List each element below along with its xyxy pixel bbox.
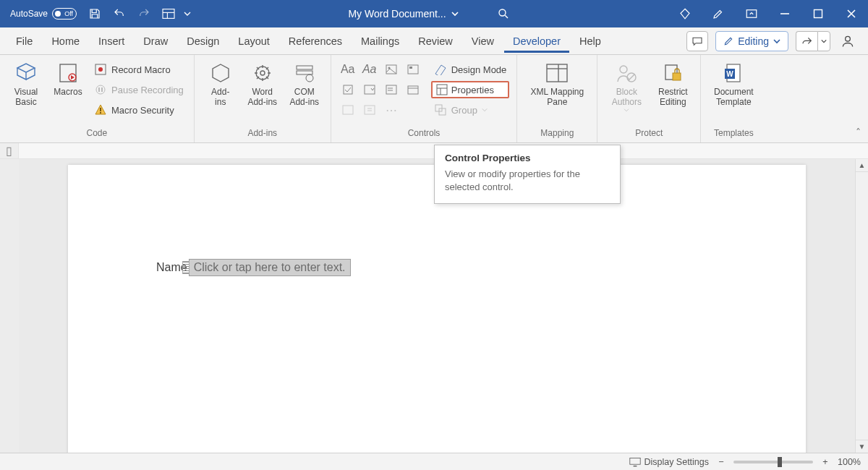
status-bar: Display Settings − + 100% <box>0 453 868 470</box>
group-label: Controls <box>408 127 441 141</box>
svg-rect-44 <box>547 64 567 82</box>
datepicker-control-icon[interactable] <box>404 81 422 98</box>
dropdown-control-icon[interactable] <box>382 81 401 98</box>
redo-button[interactable] <box>132 0 156 27</box>
tab-file[interactable]: File <box>7 30 41 53</box>
vertical-scrollbar[interactable]: ▲ ▼ <box>855 159 868 453</box>
content-control-handle-icon[interactable] <box>182 261 190 274</box>
design-mode-button[interactable]: Design Mode <box>431 61 510 78</box>
tab-insert[interactable]: Insert <box>90 30 133 53</box>
addins-button[interactable]: Add- ins <box>202 58 239 107</box>
tooltip: Control Properties View or modify proper… <box>434 145 621 204</box>
tab-review[interactable]: Review <box>409 30 461 53</box>
editing-mode-button[interactable]: Editing <box>715 31 788 51</box>
share-button[interactable] <box>796 31 830 51</box>
quick-styles-button[interactable] <box>156 0 181 27</box>
svg-marker-20 <box>213 64 229 82</box>
svg-rect-18 <box>100 108 101 111</box>
ribbon: Visual Basic Macros Record Macro Pause R… <box>0 55 868 143</box>
svg-rect-15 <box>98 87 100 92</box>
document-template-button[interactable]: W Document Template <box>708 58 759 107</box>
design-mode-icon <box>434 63 447 76</box>
svg-rect-51 <box>673 73 681 80</box>
scroll-up-icon[interactable]: ▲ <box>856 159 868 172</box>
warning-icon <box>94 103 107 116</box>
svg-rect-28 <box>408 65 418 74</box>
svg-rect-38 <box>365 106 375 114</box>
xml-mapping-button[interactable]: XML Mapping Pane <box>524 58 590 107</box>
properties-button[interactable]: Properties <box>431 81 510 98</box>
macro-security-button[interactable]: Macro Security <box>91 101 187 119</box>
plaintext-control-icon[interactable]: Aa <box>360 61 379 78</box>
tab-help[interactable]: Help <box>571 30 610 53</box>
tab-design[interactable]: Design <box>178 30 228 53</box>
tab-home[interactable]: Home <box>43 30 88 53</box>
combobox-control-icon[interactable] <box>360 81 379 98</box>
svg-marker-11 <box>71 75 75 80</box>
svg-line-49 <box>629 74 634 80</box>
group-label: Templates <box>714 127 754 141</box>
group-label: Mapping <box>540 127 574 141</box>
checkbox-control-icon[interactable] <box>339 81 357 98</box>
collapse-ribbon-button[interactable]: ˄ <box>856 127 861 138</box>
svg-rect-55 <box>630 458 640 464</box>
tab-mailings[interactable]: Mailings <box>352 30 408 53</box>
account-button[interactable] <box>838 34 858 48</box>
tooltip-title: Control Properties <box>445 153 610 163</box>
block-authors-icon <box>614 61 639 85</box>
autosave-toggle[interactable]: AutoSave Off <box>3 8 82 20</box>
tab-layout[interactable]: Layout <box>229 30 278 53</box>
building-block-control-icon[interactable] <box>404 61 422 78</box>
chevron-down-icon <box>451 9 459 18</box>
visual-basic-button[interactable]: Visual Basic <box>7 58 45 107</box>
restrict-editing-button[interactable]: Restrict Editing <box>652 58 693 107</box>
group-icon <box>434 103 447 116</box>
minimize-button[interactable] <box>768 0 801 27</box>
svg-text:W: W <box>727 70 734 78</box>
document-page[interactable]: Name Click or tap here to enter text. <box>68 165 806 453</box>
undo-button[interactable] <box>107 0 132 27</box>
ruler-corner-icon[interactable]: ▯ <box>0 143 19 158</box>
scroll-down-icon[interactable]: ▼ <box>856 440 868 453</box>
picture-control-icon[interactable] <box>382 61 401 78</box>
svg-rect-0 <box>163 9 174 19</box>
group-label: Protect <box>635 127 663 141</box>
group-addins: Add- ins Word Add-ins COM Add-ins Add-in… <box>195 55 331 142</box>
chevron-down-icon <box>482 107 488 113</box>
tab-draw[interactable]: Draw <box>135 30 176 53</box>
ribbon-tabs: File Home Insert Draw Design Layout Refe… <box>0 27 868 55</box>
title-bar: AutoSave Off My Word Document... <box>0 0 868 27</box>
document-title[interactable]: My Word Document... <box>348 8 446 20</box>
zoom-in-button[interactable]: + <box>820 457 830 467</box>
maximize-button[interactable] <box>801 0 835 27</box>
tab-references[interactable]: References <box>280 30 351 53</box>
group-protect: Block Authors Restrict Editing Protect <box>597 55 701 142</box>
display-settings-button[interactable]: Display Settings <box>629 457 709 467</box>
controls-gallery: Aa Aa ⋯ <box>339 58 422 119</box>
chevron-down-icon <box>773 38 780 45</box>
brush-icon[interactable] <box>702 0 735 27</box>
group-controls: Aa Aa ⋯ Design Mode Properties Group Con… <box>331 55 518 142</box>
ribbon-mode-button[interactable] <box>735 0 768 27</box>
com-addins-button[interactable]: COM Add-ins <box>286 58 323 107</box>
zoom-out-button[interactable]: − <box>716 457 726 467</box>
chevron-down-icon <box>624 108 629 113</box>
tab-view[interactable]: View <box>463 30 503 53</box>
content-control[interactable]: Click or tap here to enter text. <box>189 259 351 276</box>
svg-rect-35 <box>408 86 418 94</box>
close-button[interactable] <box>835 0 868 27</box>
save-button[interactable] <box>82 0 107 27</box>
record-macro-button[interactable]: Record Macro <box>91 61 187 78</box>
tab-developer[interactable]: Developer <box>504 30 569 53</box>
word-addins-button[interactable]: Word Add-ins <box>244 58 281 107</box>
macros-button[interactable]: Macros <box>49 58 87 97</box>
search-button[interactable] <box>493 7 514 20</box>
visual-basic-icon <box>14 61 38 85</box>
zoom-slider[interactable] <box>733 461 813 463</box>
richtext-control-icon[interactable]: Aa <box>339 61 357 78</box>
comments-button[interactable] <box>686 31 708 51</box>
word-template-icon: W <box>721 61 746 85</box>
diamond-icon[interactable] <box>668 0 702 27</box>
zoom-level[interactable]: 100% <box>838 457 861 467</box>
qat-dropdown-button[interactable] <box>181 0 194 27</box>
